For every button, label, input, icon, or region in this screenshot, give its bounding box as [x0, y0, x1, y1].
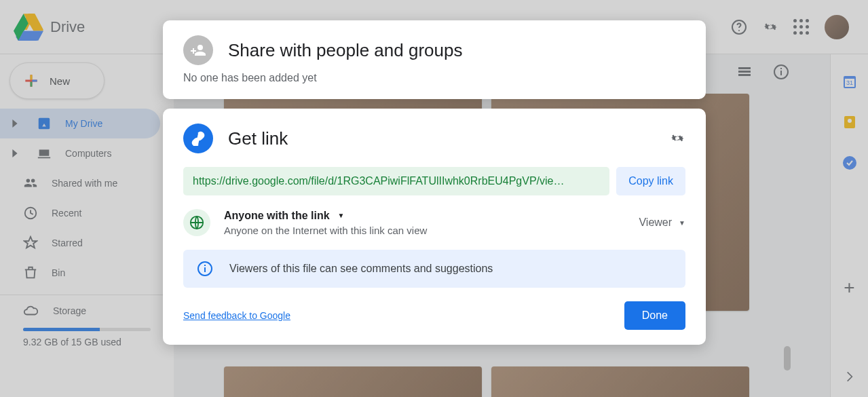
get-link-title: Get link: [228, 128, 654, 149]
send-feedback-link[interactable]: Send feedback to Google: [183, 310, 290, 321]
share-dialog: Share with people and groups No one has …: [163, 20, 706, 354]
link-settings-icon[interactable]: [669, 130, 685, 147]
role-label: Viewer: [639, 216, 672, 229]
globe-icon: [183, 209, 210, 236]
notice-text: Viewers of this file can see comments an…: [229, 263, 493, 275]
share-title: Share with people and groups: [228, 40, 462, 61]
caret-down-icon: ▼: [338, 212, 345, 219]
access-description: Anyone on the Internet with this link ca…: [224, 225, 625, 236]
get-link-panel: Get link https://drive.google.com/file/d…: [163, 109, 706, 345]
access-scope-label: Anyone with the link: [224, 210, 330, 222]
share-subtitle: No one has been added yet: [183, 72, 685, 84]
done-button[interactable]: Done: [624, 301, 685, 330]
copy-link-button[interactable]: Copy link: [616, 167, 685, 195]
link-icon: [183, 124, 213, 153]
info-icon: [197, 261, 213, 277]
share-people-panel: Share with people and groups No one has …: [163, 20, 706, 99]
share-url[interactable]: https://drive.google.com/file/d/1RG3CAPi…: [183, 167, 609, 195]
access-scope-dropdown[interactable]: Anyone with the link ▼: [224, 210, 625, 222]
caret-down-icon: ▼: [679, 219, 685, 227]
viewer-notice: Viewers of this file can see comments an…: [183, 250, 685, 288]
add-people-icon: [183, 35, 213, 65]
role-dropdown[interactable]: Viewer ▼: [639, 216, 685, 229]
